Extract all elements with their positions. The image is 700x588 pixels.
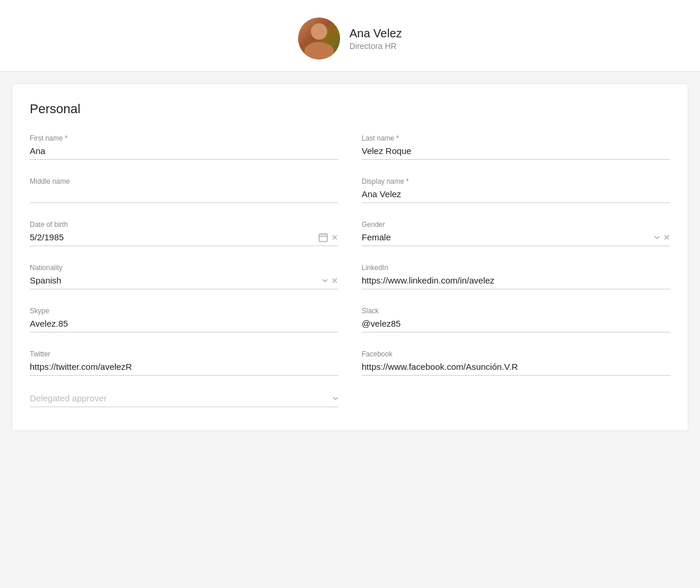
nationality-icons: ✕: [322, 276, 338, 285]
display-name-field: Display name *: [362, 177, 670, 203]
profile-title: Directora HR: [349, 41, 402, 51]
facebook-input-wrap: [362, 362, 670, 376]
display-name-input[interactable]: [362, 189, 670, 199]
middle-name-field: Middle name: [30, 177, 338, 203]
last-name-input-wrap: [362, 146, 670, 160]
nationality-input[interactable]: [30, 275, 322, 285]
avatar: [298, 18, 340, 60]
header-divider: [0, 71, 700, 72]
middle-name-input-wrap: [30, 189, 338, 203]
gender-field: Gender ✕: [362, 220, 670, 246]
gender-icons: ✕: [654, 233, 670, 242]
profile-info: Ana Velez Directora HR: [349, 27, 402, 51]
facebook-label: Facebook: [362, 350, 670, 358]
display-name-input-wrap: [362, 189, 670, 203]
delegated-approver-chevron-icon[interactable]: [332, 396, 338, 401]
gender-input-wrap: ✕: [362, 232, 670, 246]
calendar-icon[interactable]: [318, 233, 328, 242]
twitter-input[interactable]: [30, 362, 338, 372]
skype-input-wrap: [30, 318, 338, 332]
first-name-label: First name *: [30, 134, 338, 142]
delegated-approver-input-wrap: [30, 393, 338, 407]
dob-input-wrap: ✕: [30, 232, 338, 246]
gender-clear-icon[interactable]: ✕: [663, 233, 670, 242]
gender-label: Gender: [362, 220, 670, 229]
nationality-field: Nationality ✕: [30, 264, 338, 289]
slack-field: Slack: [362, 307, 670, 332]
first-name-input-wrap: [30, 146, 338, 160]
dob-label: Date of birth: [30, 220, 338, 229]
form-grid: First name * Last name * Middle name Dis…: [30, 134, 670, 407]
twitter-label: Twitter: [30, 350, 338, 358]
nationality-clear-icon[interactable]: ✕: [331, 276, 338, 285]
dob-input[interactable]: [30, 232, 318, 242]
linkedin-label: LinkedIn: [362, 264, 670, 272]
avatar-image: [298, 18, 340, 60]
slack-input[interactable]: [362, 318, 670, 328]
section-title: Personal: [30, 102, 670, 117]
profile-header: Ana Velez Directora HR: [0, 0, 700, 71]
linkedin-input[interactable]: [362, 275, 670, 285]
nationality-chevron-icon[interactable]: [322, 278, 328, 284]
personal-card: Personal First name * Last name * Middle…: [12, 83, 688, 431]
last-name-field: Last name *: [362, 134, 670, 160]
twitter-field: Twitter: [30, 350, 338, 376]
dob-clear-icon[interactable]: ✕: [331, 233, 338, 242]
first-name-input[interactable]: [30, 146, 338, 156]
nationality-label: Nationality: [30, 264, 338, 272]
delegated-approver-icons: [332, 396, 338, 401]
first-name-field: First name *: [30, 134, 338, 160]
skype-input[interactable]: [30, 318, 338, 328]
skype-field: Skype: [30, 307, 338, 332]
gender-chevron-icon[interactable]: [654, 235, 660, 240]
profile-name: Ana Velez: [349, 27, 402, 40]
delegated-approver-input[interactable]: [30, 393, 332, 403]
middle-name-label: Middle name: [30, 177, 338, 186]
nationality-input-wrap: ✕: [30, 275, 338, 289]
twitter-input-wrap: [30, 362, 338, 376]
svg-rect-0: [319, 234, 327, 242]
last-name-input[interactable]: [362, 146, 670, 156]
linkedin-input-wrap: [362, 275, 670, 289]
slack-input-wrap: [362, 318, 670, 332]
facebook-input[interactable]: [362, 362, 670, 372]
linkedin-field: LinkedIn: [362, 264, 670, 289]
display-name-label: Display name *: [362, 177, 670, 186]
delegated-approver-field: [30, 393, 338, 407]
skype-label: Skype: [30, 307, 338, 315]
dob-icons: ✕: [318, 233, 338, 242]
middle-name-input[interactable]: [30, 189, 338, 199]
gender-input[interactable]: [362, 232, 654, 242]
dob-field: Date of birth ✕: [30, 220, 338, 246]
last-name-label: Last name *: [362, 134, 670, 142]
slack-label: Slack: [362, 307, 670, 315]
facebook-field: Facebook: [362, 350, 670, 376]
